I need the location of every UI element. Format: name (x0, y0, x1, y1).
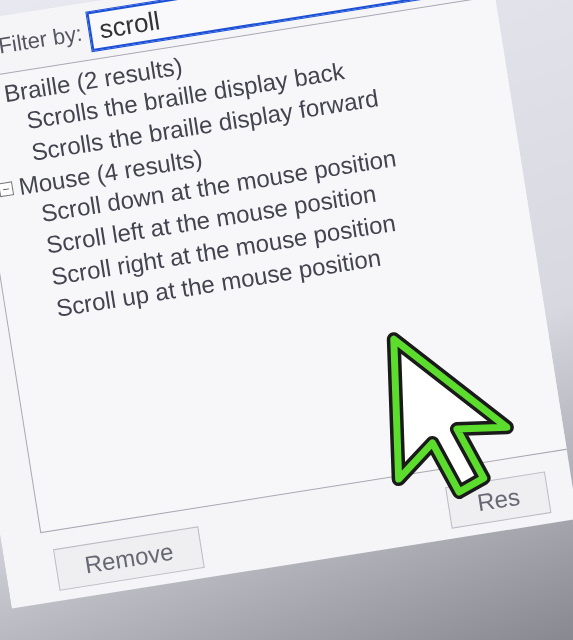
filter-label: Filter by: (0, 20, 84, 59)
minus-icon[interactable]: − (0, 181, 14, 197)
results-tree[interactable]: − Braille (2 results) Scrolls the braill… (0, 0, 573, 533)
reset-button[interactable]: Res (445, 471, 551, 528)
gestures-dialog: img Filter by: − Braille (2 results) Scr… (0, 0, 573, 609)
remove-button[interactable]: Remove (53, 526, 205, 591)
